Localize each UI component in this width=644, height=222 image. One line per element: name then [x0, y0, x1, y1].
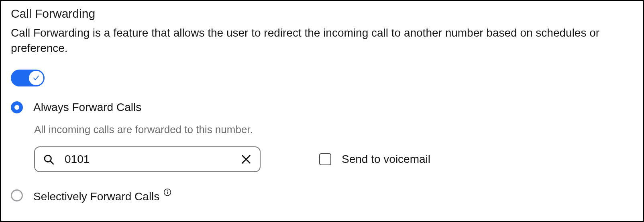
enable-call-forwarding-toggle[interactable]: [11, 70, 45, 86]
forward-number-input[interactable]: [64, 152, 231, 166]
send-to-voicemail-option[interactable]: Send to voicemail: [319, 153, 430, 166]
send-to-voicemail-label: Send to voicemail: [342, 153, 430, 166]
svg-point-6: [167, 190, 168, 191]
forward-number-field[interactable]: [34, 146, 261, 172]
send-to-voicemail-checkbox[interactable]: [319, 153, 331, 165]
check-icon: [33, 74, 40, 82]
call-forwarding-panel: Call Forwarding Call Forwarding is a fea…: [0, 0, 644, 222]
info-icon[interactable]: [163, 188, 171, 196]
always-forward-details: All incoming calls are forwarded to this…: [34, 123, 633, 172]
option-always-forward[interactable]: Always Forward Calls: [11, 101, 633, 114]
section-description: Call Forwarding is a feature that allows…: [11, 25, 633, 56]
clear-input-button[interactable]: [240, 154, 252, 165]
option-selective-forward[interactable]: Selectively Forward Calls: [11, 188, 633, 203]
section-title: Call Forwarding: [11, 7, 633, 21]
toggle-knob: [29, 71, 43, 85]
svg-line-1: [51, 161, 53, 164]
option-selective-label: Selectively Forward Calls: [33, 188, 171, 203]
search-icon: [43, 154, 54, 165]
always-forward-hint: All incoming calls are forwarded to this…: [34, 123, 633, 136]
radio-selective-forward[interactable]: [11, 189, 23, 201]
radio-always-forward[interactable]: [11, 101, 23, 113]
option-always-label: Always Forward Calls: [33, 101, 141, 114]
